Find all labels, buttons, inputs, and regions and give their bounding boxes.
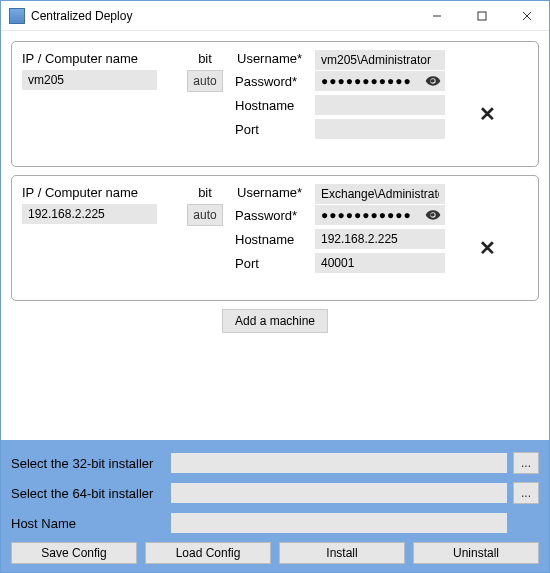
installer32-label: Select the 32-bit installer bbox=[11, 456, 171, 471]
eye-icon[interactable] bbox=[425, 207, 441, 223]
close-icon[interactable]: ✕ bbox=[473, 102, 502, 126]
browse-64-button[interactable]: ... bbox=[513, 482, 539, 504]
bit-header: bit bbox=[175, 185, 235, 204]
ip-field[interactable] bbox=[22, 204, 157, 224]
hostname-label: Hostname bbox=[235, 230, 315, 249]
maximize-button[interactable] bbox=[459, 1, 504, 31]
minimize-button[interactable] bbox=[414, 1, 459, 31]
app-window: Centralized Deploy IP / Computer name bi… bbox=[0, 0, 550, 573]
install-button[interactable]: Install bbox=[279, 542, 405, 564]
bit-button[interactable]: auto bbox=[187, 70, 223, 92]
window-title: Centralized Deploy bbox=[31, 9, 132, 23]
port-field[interactable] bbox=[315, 253, 445, 273]
browse-32-button[interactable]: ... bbox=[513, 452, 539, 474]
username-header: Username* bbox=[235, 51, 315, 70]
bit-header: bit bbox=[175, 51, 235, 70]
machine-panel: IP / Computer name bit Username* auto Pa… bbox=[11, 41, 539, 167]
add-machine-button[interactable]: Add a machine bbox=[222, 309, 328, 333]
load-config-button[interactable]: Load Config bbox=[145, 542, 271, 564]
password-label: Password* bbox=[235, 72, 315, 91]
username-header: Username* bbox=[235, 185, 315, 204]
app-icon bbox=[9, 8, 25, 24]
hostname-bottom-label: Host Name bbox=[11, 516, 171, 531]
titlebar: Centralized Deploy bbox=[1, 1, 549, 31]
port-field[interactable] bbox=[315, 119, 445, 139]
eye-icon[interactable] bbox=[425, 73, 441, 89]
close-button[interactable] bbox=[504, 1, 549, 31]
installer32-field[interactable] bbox=[171, 453, 507, 473]
hostname-label: Hostname bbox=[235, 96, 315, 115]
uninstall-button[interactable]: Uninstall bbox=[413, 542, 539, 564]
hostname-field[interactable] bbox=[315, 95, 445, 115]
password-label: Password* bbox=[235, 206, 315, 225]
machine-panel: IP / Computer name bit Username* auto Pa… bbox=[11, 175, 539, 301]
username-field[interactable] bbox=[315, 50, 445, 70]
hostname-bottom-field[interactable] bbox=[171, 513, 507, 533]
content-area: IP / Computer name bit Username* auto Pa… bbox=[1, 31, 549, 440]
port-label: Port bbox=[235, 254, 315, 273]
installer64-label: Select the 64-bit installer bbox=[11, 486, 171, 501]
save-config-button[interactable]: Save Config bbox=[11, 542, 137, 564]
close-icon[interactable]: ✕ bbox=[473, 236, 502, 260]
bottom-panel: Select the 32-bit installer ... Select t… bbox=[1, 440, 549, 572]
ip-header: IP / Computer name bbox=[20, 185, 175, 204]
username-field[interactable] bbox=[315, 184, 445, 204]
port-label: Port bbox=[235, 120, 315, 139]
hostname-field[interactable] bbox=[315, 229, 445, 249]
ip-header: IP / Computer name bbox=[20, 51, 175, 70]
installer64-field[interactable] bbox=[171, 483, 507, 503]
ip-field[interactable] bbox=[22, 70, 157, 90]
svg-rect-1 bbox=[478, 12, 486, 20]
bit-button[interactable]: auto bbox=[187, 204, 223, 226]
